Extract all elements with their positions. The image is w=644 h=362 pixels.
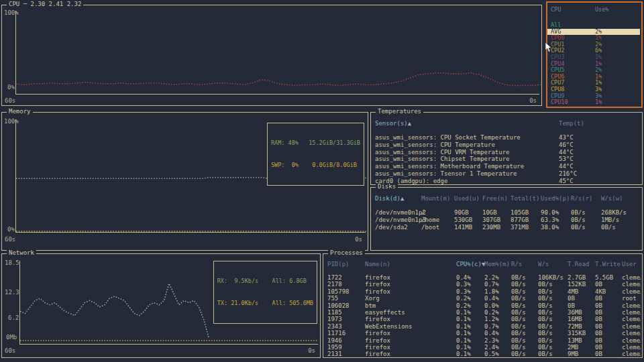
cpu-legend-row[interactable]: CPU5 2%	[547, 67, 640, 74]
process-pid: 105798	[327, 288, 365, 295]
process-name: btm	[365, 302, 456, 309]
cpu-legend-row[interactable]: CPU10 1%	[547, 99, 640, 106]
process-user: cleme…	[622, 302, 641, 309]
tread-column-header[interactable]: T.Read	[568, 261, 595, 267]
cpu-core-label: CPU6	[551, 74, 595, 80]
sensor-column-header[interactable]: Sensor(s)▲	[375, 120, 559, 127]
temperature-row[interactable]: asus_wmi_sensors: CPU VRM Temperature 44…	[371, 149, 641, 156]
cpu-legend-row[interactable]: All	[547, 22, 640, 29]
disk-row[interactable]: /dev/nvme0n1p2 / 90GB 10GB 105GB 90.0% 0…	[371, 209, 641, 217]
process-write-rate: 0B/s	[538, 281, 568, 288]
total-column-header[interactable]: Total(t)	[511, 195, 541, 202]
cpu-legend-row[interactable]: CPU7 1%	[547, 80, 640, 86]
network-x-right-label: 0s	[308, 347, 315, 354]
sensor-name: asus_wmi_sensors: Tsensor 1 Temperature	[375, 170, 559, 178]
process-row[interactable]: 1722 firefox 0.4% 2.2% 0B/s 106KB/s 2.7G…	[323, 274, 641, 281]
pid-column-header[interactable]: PID(p)	[327, 261, 365, 267]
wps-column-header[interactable]: W/s	[538, 261, 568, 267]
rps-column-header[interactable]: R/s	[511, 261, 538, 267]
cpu-core-label: CPU0	[551, 35, 595, 42]
process-row[interactable]: 1959 firefox 0.1% 2.4% 0B/s 0B/s 2MB 0B …	[323, 344, 641, 351]
temperature-row[interactable]: asus_wmi_sensors: Motherboard Temperatur…	[371, 163, 641, 170]
name-column-header[interactable]: Name(n)	[365, 261, 456, 267]
cpu-legend-row[interactable]: CPU2 6%	[547, 48, 640, 54]
cpu-legend-row[interactable]: CPU6 1%	[547, 74, 640, 80]
process-row[interactable]: 755 Xorg 0.2% 0.4% 0B/s 0B/s 0B 0B root	[323, 295, 641, 302]
process-cpu: 0.3%	[456, 281, 484, 288]
cpu-core-label: CPU4	[551, 61, 595, 68]
cpu-core-usage: 1%	[595, 54, 640, 61]
temperature-row[interactable]: asus_wmi_sensors: CPU Temperature 46°C	[371, 141, 641, 149]
process-total-read: 315KB	[568, 330, 595, 337]
mount-column-header[interactable]: Mount(m)	[421, 195, 454, 202]
cpu-legend-header-usage[interactable]: Use%	[595, 7, 641, 13]
process-name: firefox	[365, 337, 456, 344]
cpu-legend-row[interactable]: CPU9 3%	[547, 93, 640, 100]
cpu-legend-row[interactable]: CPU8 3%	[547, 86, 640, 93]
process-row[interactable]: 2131 firefox 0.1% 0.5% 0B/s 0B/s 9MB 0B …	[323, 351, 641, 357]
sensor-name: asus_wmi_sensors: Chipset Temperature	[375, 156, 559, 163]
cpu-column-header[interactable]: CPU%(c)▼	[456, 261, 484, 267]
twrite-column-header[interactable]: T.Write	[595, 261, 622, 267]
temperatures-panel-title: Temperatures	[376, 108, 423, 115]
process-read-rate: 0B/s	[511, 316, 538, 322]
disks-widget[interactable]: Disks Disk(d)▲ Mount(m) Used(u) Free(n) …	[370, 187, 643, 251]
disk-column-header[interactable]: Disk(d)▲	[375, 195, 421, 202]
write-column-header[interactable]: W/s(w)	[601, 195, 642, 202]
usedpct-column-header[interactable]: Used%(p)	[541, 195, 571, 202]
cpu-legend-header-name[interactable]: CPU	[551, 7, 595, 13]
process-row[interactable]: 1185 easyeffects 0.1% 0.2% 0B/s 0B/s 36M…	[323, 309, 641, 316]
cpu-legend-row[interactable]: CPU4 1%	[547, 61, 640, 68]
memory-widget[interactable]: Memory 100% 0% RAM: 48% 15.2GiB/31.3GiB …	[1, 112, 368, 251]
process-row[interactable]: 106028 btm 0.2% 0.0% 0B/s 0B/s 0B 0B cle…	[323, 302, 641, 309]
process-row[interactable]: 1973 firefox 0.1% 1.2% 0B/s 0B/s 16MB 0B…	[323, 316, 641, 322]
temp-column-header[interactable]: Temp(t)	[559, 120, 642, 127]
process-row[interactable]: 105798 firefox 0.3% 1.8% 0B/s 0B/s 4MB 4…	[323, 288, 641, 295]
cpu-legend-header[interactable]: CPU Use%	[547, 7, 641, 13]
disk-write-rate: 0B/s	[601, 224, 641, 231]
temperature-row[interactable]: asus_wmi_sensors: Chipset Temperature 53…	[371, 156, 641, 163]
process-mem: 2.2%	[484, 274, 511, 281]
network-widget[interactable]: Network 18.5 12.3 6.2 0Mb RX: 9.5Kb/s Al…	[1, 253, 321, 358]
cpu-core-label: All	[551, 22, 595, 29]
process-write-rate: 106KB/s	[538, 274, 568, 281]
disk-read-rate: 0B/s	[571, 224, 601, 231]
cpu-legend-row[interactable]: AVG 2%	[547, 29, 640, 36]
used-column-header[interactable]: Used(u)	[454, 195, 482, 202]
cpu-legend-widget[interactable]: CPU Use% All AVG 2% CPU0 1% CPU1 2% CPU2…	[546, 1, 643, 108]
cpu-legend-row[interactable]: CPU0 1%	[547, 35, 640, 42]
process-write-rate: 0B/s	[538, 337, 568, 344]
disk-used-pct: 38.0%	[541, 224, 571, 231]
read-column-header[interactable]: R/s(r)	[571, 195, 601, 202]
process-cpu: 0.2%	[456, 302, 484, 309]
cpu-core-label: CPU5	[551, 67, 595, 74]
cpu-core-label: CPU7	[551, 80, 595, 86]
temperature-row[interactable]: asus_wmi_sensors: CPU Socket Temperature…	[371, 134, 641, 141]
process-row[interactable]: 1946 firefox 0.1% 2.3% 0B/s 0B/s 13MB 0B…	[323, 337, 641, 344]
btm-system-monitor: { "cpu_panel": { "title": "CPU ─ 2.30 2.…	[0, 0, 644, 362]
process-read-rate: 0B/s	[511, 330, 538, 337]
process-mem: 1.2%	[484, 316, 511, 322]
disk-total: 371MB	[511, 224, 541, 231]
process-write-rate: 0B/s	[538, 288, 568, 295]
free-column-header[interactable]: Free(n)	[482, 195, 511, 202]
memory-x-right-label: 0s	[355, 236, 362, 243]
network-y-label-1: 18.5	[5, 259, 19, 266]
process-row[interactable]: 11716 firefox 0.1% 0.4% 0B/s 0B/s 315KB …	[323, 330, 641, 337]
cpu-legend-row[interactable]: CPU3 1%	[547, 54, 640, 61]
mem-column-header[interactable]: Mem%(m)	[484, 261, 511, 267]
process-total-read: 72MB	[568, 323, 595, 330]
disk-row[interactable]: /dev/nvme0n1p3 /home 530GB 307GB 877GB 6…	[371, 217, 641, 224]
processes-widget[interactable]: Processes PID(p) Name(n) CPU%(c)▼ Mem%(m…	[323, 253, 643, 358]
cpu-widget[interactable]: CPU ─ 2.30 2.41 2.32 100% 0% 60s 0s	[1, 5, 542, 106]
disk-row[interactable]: /dev/sda2 /boot 141MB 230MB 371MB 38.0% …	[371, 224, 641, 231]
cpu-legend-row[interactable]: CPU1 2%	[547, 42, 640, 48]
temperature-row[interactable]: asus_wmi_sensors: Tsensor 1 Temperature …	[371, 170, 641, 178]
process-row[interactable]: 2343 WebExtensions 0.1% 0.7% 0B/s 0B/s 7…	[323, 323, 641, 330]
process-cpu: 0.1%	[456, 337, 484, 344]
user-column-header[interactable]: User	[622, 261, 642, 267]
temperatures-widget[interactable]: Temperatures Sensor(s)▲ Temp(t) asus_wmi…	[370, 112, 643, 185]
process-total-read: 4MB	[568, 288, 595, 295]
temperature-row[interactable]: card0 (amdgpu): edge 45°C	[371, 178, 641, 185]
process-row[interactable]: 2178 firefox 0.3% 0.7% 0B/s 0B/s 152KB 0…	[323, 281, 641, 288]
